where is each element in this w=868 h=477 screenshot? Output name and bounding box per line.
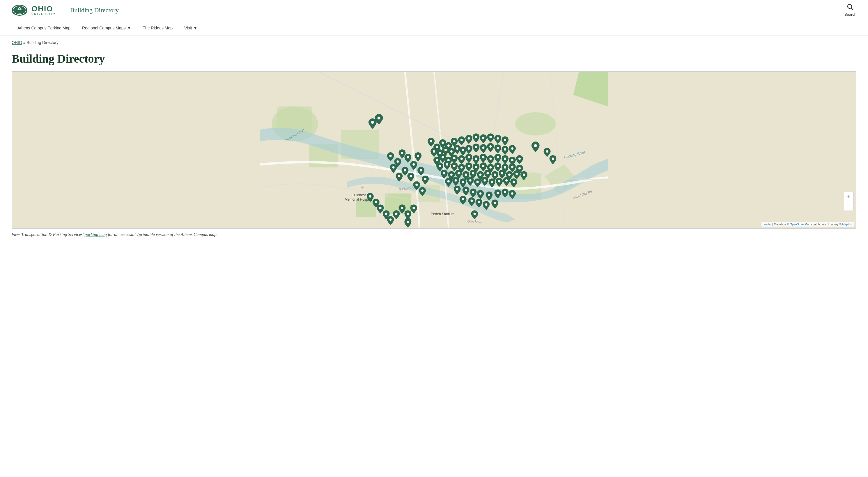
svg-point-118 [455,179,457,182]
svg-point-45 [421,189,424,191]
svg-point-57 [441,142,444,144]
svg-point-100 [489,166,492,169]
svg-point-107 [458,172,460,174]
map-attribution: Leaflet | Map data © OpenStreetMap contr… [762,222,854,227]
page-title: Building Directory [0,49,868,71]
svg-point-75 [482,147,484,149]
breadcrumb-home[interactable]: OHIO [12,40,22,45]
map-wrapper: Hocking River Hocking River S Plains Rd … [12,71,856,229]
map-footer-note: View Transportation & Parking Services' … [12,232,856,237]
svg-point-37 [404,169,406,172]
svg-point-61 [468,137,470,140]
dropdown-arrow-visit: ▼ [193,26,197,30]
svg-point-141 [485,203,487,206]
parking-map-link[interactable]: parking map [85,232,107,237]
svg-point-121 [476,181,478,183]
svg-point-140 [478,201,480,203]
svg-point-103 [511,166,514,168]
svg-point-128 [546,150,548,153]
svg-text:Ohio Un...: Ohio Un... [467,219,482,223]
mapbox-link[interactable]: Mapbox [842,223,852,226]
svg-point-83 [453,157,456,159]
svg-point-145 [407,221,409,223]
nav-athens-parking[interactable]: Athens Campus Parking Map [12,20,76,35]
svg-point-143 [473,213,476,215]
svg-point-93 [439,165,441,167]
main-nav: Athens Campus Parking Map Regional Campu… [0,20,868,36]
svg-point-120 [469,179,471,182]
svg-point-68 [439,152,441,154]
svg-point-52 [401,207,403,209]
svg-point-74 [475,146,477,148]
svg-text:Peden Stadium: Peden Stadium [431,212,455,216]
zoom-in-button[interactable]: + [844,192,854,201]
svg-point-73 [468,147,470,150]
svg-point-131 [465,189,467,191]
svg-point-40 [412,163,415,166]
svg-point-99 [482,165,484,167]
svg-point-60 [461,139,463,141]
dropdown-arrow-regional: ▼ [127,26,131,30]
svg-point-46 [369,195,371,198]
svg-point-42 [420,169,422,172]
svg-point-124 [498,180,500,183]
svg-point-59 [453,140,456,142]
svg-point-135 [497,191,499,194]
svg-point-56 [436,146,438,148]
svg-text:+: + [361,185,364,190]
svg-point-138 [462,198,464,200]
svg-point-72 [462,149,464,151]
logo-university-text: UNIVERSITY [31,12,56,16]
svg-point-84 [461,157,463,160]
leaflet-link[interactable]: Leaflet [763,223,771,226]
svg-point-65 [497,137,499,140]
svg-point-51 [395,213,397,215]
svg-point-58 [447,144,450,147]
osm-link[interactable]: OpenStreetMap [790,223,810,226]
svg-point-102 [504,166,506,169]
svg-point-92 [519,157,521,160]
svg-point-49 [385,213,388,215]
svg-point-66 [504,139,506,141]
svg-point-90 [504,157,506,160]
nav-visit[interactable]: Visit ▼ [179,20,203,35]
svg-point-117 [447,180,450,183]
svg-point-94 [446,163,448,166]
svg-point-115 [516,173,518,175]
svg-point-127 [534,144,537,147]
breadcrumb-current: Building Directory [27,40,59,45]
svg-point-15 [515,112,556,136]
nav-regional-campus[interactable]: Regional Campus Maps ▼ [76,20,137,35]
svg-point-116 [523,174,525,176]
svg-point-87 [482,156,484,158]
svg-point-122 [484,179,486,182]
svg-point-71 [456,147,459,150]
svg-point-106 [450,174,453,176]
svg-line-8 [851,8,854,10]
svg-point-48 [379,207,382,209]
svg-point-7 [848,4,852,8]
svg-point-36 [407,156,409,158]
nav-ridges-map[interactable]: The Ridges Map [137,20,179,35]
svg-point-137 [511,192,514,195]
svg-point-111 [486,172,489,174]
map-container[interactable]: Hocking River Hocking River S Plains Rd … [12,71,856,229]
logo-directory-title: Building Directory [70,6,119,14]
zoom-out-button[interactable]: − [844,201,854,211]
svg-point-62 [475,136,477,138]
svg-point-79 [511,147,514,150]
svg-point-136 [504,191,506,193]
map-svg: Hocking River Hocking River S Plains Rd … [12,72,856,228]
svg-point-70 [450,150,453,153]
search-icon [847,3,854,12]
svg-point-104 [519,167,521,170]
svg-point-32 [390,155,392,157]
svg-point-31 [377,117,380,119]
svg-point-134 [488,193,490,196]
svg-point-133 [479,192,482,195]
svg-point-44 [415,184,418,186]
search-button[interactable]: Search [844,3,856,17]
svg-point-76 [489,145,492,148]
svg-point-80 [436,159,438,161]
svg-point-108 [465,174,467,176]
